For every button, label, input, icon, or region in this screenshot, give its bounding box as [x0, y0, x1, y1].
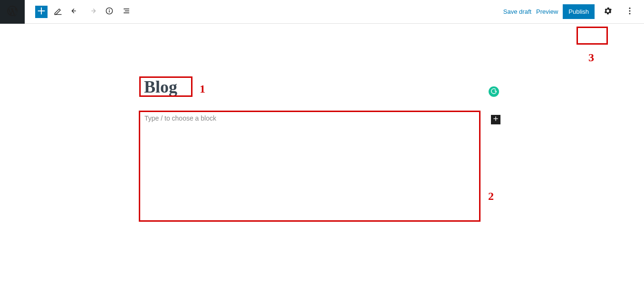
info-icon: [105, 6, 114, 17]
annotation-box-3: [577, 27, 608, 45]
list-outline-icon: [122, 6, 131, 17]
page-title-text: Blog: [144, 78, 177, 95]
outline-button[interactable]: [120, 5, 133, 19]
svg-rect-3: [109, 10, 109, 13]
publish-button[interactable]: Publish: [563, 4, 595, 19]
gear-icon: [603, 6, 613, 18]
svg-point-9: [629, 10, 631, 11]
editor-header: Save draft Preview Publish: [0, 0, 644, 24]
redo-icon: [87, 6, 97, 17]
header-toolbar-right: Save draft Preview Publish: [503, 3, 644, 20]
grammarly-icon: [490, 87, 497, 96]
svg-rect-6: [125, 10, 129, 11]
svg-point-8: [629, 7, 631, 9]
content-placeholder: Type / to choose a block: [139, 111, 481, 122]
preview-button[interactable]: Preview: [536, 8, 558, 15]
wordpress-logo-button[interactable]: [0, 0, 25, 24]
svg-point-10: [629, 13, 631, 14]
redo-button[interactable]: [86, 5, 99, 19]
save-draft-button[interactable]: Save draft: [503, 8, 531, 15]
svg-rect-12: [493, 118, 498, 119]
svg-rect-4: [109, 9, 109, 10]
edit-mode-button[interactable]: [51, 5, 65, 19]
svg-rect-5: [124, 9, 129, 9]
wordpress-icon: [6, 5, 19, 19]
more-options-button[interactable]: [621, 3, 638, 20]
annotation-number-1: 1: [200, 83, 205, 95]
info-button[interactable]: [103, 5, 116, 19]
undo-icon: [70, 6, 80, 17]
content-block-input[interactable]: Type / to choose a block: [139, 111, 481, 222]
pencil-icon: [53, 6, 63, 17]
header-toolbar-left: [25, 5, 133, 19]
grammarly-badge[interactable]: [489, 86, 499, 97]
undo-button[interactable]: [68, 5, 82, 19]
editor-canvas: Blog Type / to choose a block 1 2 3: [0, 24, 644, 52]
settings-button[interactable]: [599, 3, 616, 20]
svg-rect-7: [124, 12, 129, 13]
add-block-button[interactable]: [35, 6, 48, 18]
kebab-icon: [625, 6, 634, 18]
plus-icon: [492, 115, 500, 124]
plus-icon: [36, 6, 47, 18]
page-title-input[interactable]: Blog: [139, 76, 192, 97]
annotation-number-2: 2: [488, 190, 494, 203]
inline-add-block-button[interactable]: [491, 115, 500, 124]
annotation-number-3: 3: [588, 51, 594, 64]
svg-rect-1: [38, 10, 45, 11]
